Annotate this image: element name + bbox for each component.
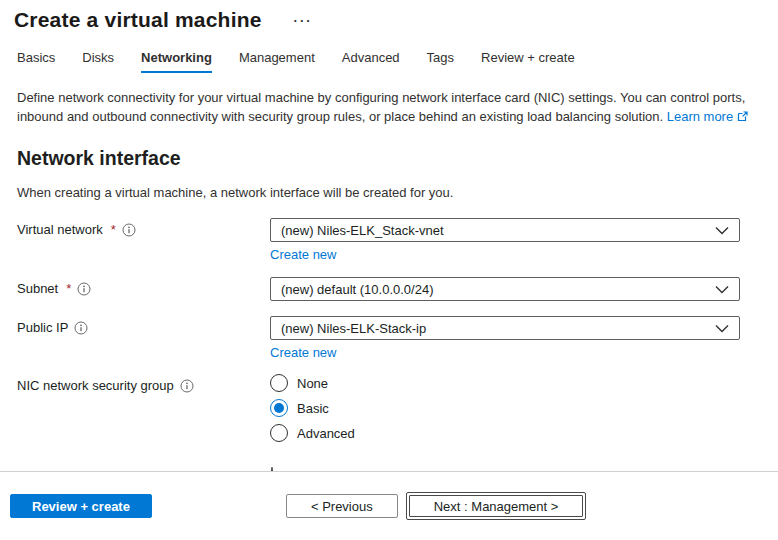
- subnet-label: Subnet*: [17, 277, 270, 296]
- subnet-value: (new) default (10.0.0.0/24): [281, 282, 433, 297]
- required-asterisk: *: [111, 222, 116, 237]
- public-ip-label-text: Public IP: [17, 320, 68, 335]
- info-icon[interactable]: [77, 282, 91, 296]
- next-management-button[interactable]: Next : Management >: [406, 492, 587, 520]
- network-interface-heading: Network interface: [17, 147, 761, 170]
- nic-nsg-radio-group: None Basic Advanced: [270, 374, 740, 449]
- virtual-network-dropdown[interactable]: (new) Niles-ELK_Stack-vnet: [270, 218, 740, 242]
- external-link-icon: [737, 111, 748, 122]
- virtual-network-row: Virtual network* (new) Niles-ELK_Stack-v…: [0, 218, 778, 262]
- virtual-network-control: (new) Niles-ELK_Stack-vnet Create new: [270, 218, 740, 262]
- public-ip-dropdown[interactable]: (new) Niles-ELK-Stack-ip: [270, 316, 740, 340]
- info-icon[interactable]: [122, 223, 136, 237]
- virtual-network-label: Virtual network*: [17, 218, 270, 237]
- tab-management[interactable]: Management: [239, 50, 315, 73]
- public-ip-control: (new) Niles-ELK-Stack-ip Create new: [270, 316, 740, 360]
- nic-nsg-label: NIC network security group: [17, 374, 270, 393]
- nsg-radio-basic[interactable]: Basic: [270, 399, 740, 417]
- chevron-down-icon: [715, 226, 729, 235]
- networking-form: Virtual network* (new) Niles-ELK_Stack-v…: [0, 218, 778, 449]
- radio-circle-icon: [270, 374, 288, 392]
- subnet-dropdown[interactable]: (new) default (10.0.0.0/24): [270, 277, 740, 301]
- radio-circle-icon: [270, 399, 288, 417]
- nsg-advanced-label: Advanced: [297, 426, 355, 441]
- info-icon[interactable]: [74, 321, 88, 335]
- learn-more-link[interactable]: Learn more: [667, 107, 748, 126]
- subnet-control: (new) default (10.0.0.0/24): [270, 277, 740, 301]
- info-icon[interactable]: [180, 379, 194, 393]
- subnet-label-text: Subnet: [17, 281, 58, 296]
- page-header: Create a virtual machine ···: [0, 0, 778, 32]
- chevron-down-icon: [715, 324, 729, 333]
- tab-basics[interactable]: Basics: [17, 50, 55, 73]
- page-title: Create a virtual machine: [14, 8, 262, 32]
- learn-more-label: Learn more: [667, 107, 733, 126]
- footer-actions: Review + create < Previous Next : Manage…: [10, 491, 586, 521]
- nsg-radio-advanced[interactable]: Advanced: [270, 424, 740, 442]
- nic-nsg-row: NIC network security group None Basic Ad…: [0, 374, 778, 449]
- public-ip-label: Public IP: [17, 316, 270, 335]
- virtual-network-value: (new) Niles-ELK_Stack-vnet: [281, 223, 444, 238]
- required-asterisk: *: [66, 281, 71, 296]
- tab-networking[interactable]: Networking: [141, 50, 212, 73]
- nic-nsg-label-text: NIC network security group: [17, 378, 174, 393]
- chevron-down-icon: [715, 285, 729, 294]
- network-interface-description: When creating a virtual machine, a netwo…: [17, 185, 761, 200]
- intro-text: Define network connectivity for your vir…: [17, 88, 753, 126]
- create-vm-page: Create a virtual machine ··· Basics Disk…: [0, 0, 778, 540]
- nsg-none-label: None: [297, 376, 328, 391]
- intro-text-body: Define network connectivity for your vir…: [17, 90, 745, 124]
- virtual-network-label-text: Virtual network: [17, 222, 103, 237]
- tab-disks[interactable]: Disks: [82, 50, 114, 73]
- nsg-basic-label: Basic: [297, 401, 329, 416]
- tab-review-create[interactable]: Review + create: [481, 50, 575, 73]
- wizard-tabs: Basics Disks Networking Management Advan…: [17, 50, 778, 73]
- virtual-network-create-new-link[interactable]: Create new: [270, 247, 336, 262]
- public-ip-create-new-link[interactable]: Create new: [270, 345, 336, 360]
- review-create-button[interactable]: Review + create: [10, 494, 152, 518]
- tab-tags[interactable]: Tags: [427, 50, 454, 73]
- footer-divider: [0, 471, 778, 472]
- public-ip-row: Public IP (new) Niles-ELK-Stack-ip Creat…: [0, 316, 778, 360]
- more-options-button[interactable]: ···: [292, 10, 315, 31]
- tab-advanced[interactable]: Advanced: [342, 50, 400, 73]
- previous-button[interactable]: < Previous: [286, 494, 398, 518]
- radio-circle-icon: [270, 424, 288, 442]
- subnet-row: Subnet* (new) default (10.0.0.0/24): [0, 277, 778, 301]
- public-ip-value: (new) Niles-ELK-Stack-ip: [281, 321, 426, 336]
- nsg-radio-none[interactable]: None: [270, 374, 740, 392]
